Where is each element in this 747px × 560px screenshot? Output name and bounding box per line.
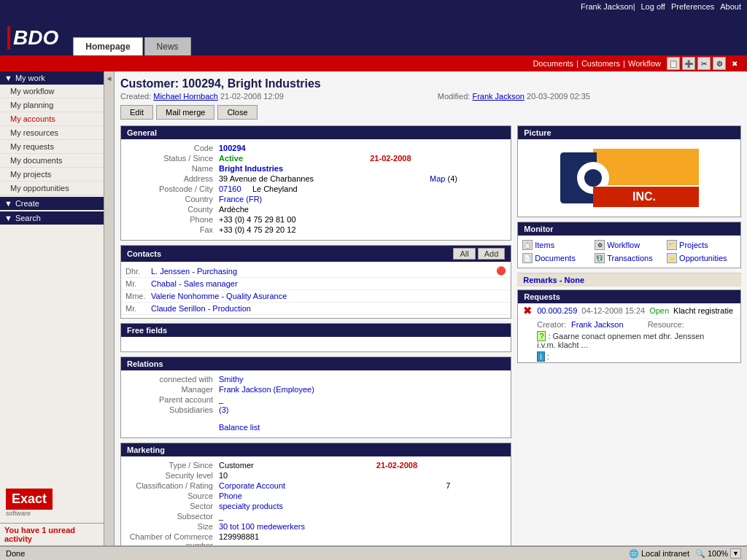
contacts-add-btn[interactable]: Add	[478, 248, 506, 260]
documents-link[interactable]: Documents	[533, 59, 573, 68]
sidebar-item-planning[interactable]: My planning	[0, 98, 104, 112]
zoom-value: 100%	[708, 549, 728, 558]
sidebar-item-requests[interactable]: My requests	[0, 140, 104, 154]
svg-point-3	[584, 169, 602, 187]
manager-link[interactable]: Frank Jackson (Employee)	[219, 385, 314, 394]
remarks-link[interactable]: Remarks - None	[523, 276, 584, 284]
sidebar-create-header[interactable]: ▼ Create	[0, 197, 104, 210]
balance-link[interactable]: Balance list	[219, 423, 260, 432]
country-link[interactable]: France (FR)	[219, 195, 262, 203]
contact-name-2: Chabal - Sales manager	[151, 279, 506, 288]
sidebar-search-header[interactable]: ▼ Search	[0, 211, 104, 225]
edit-button[interactable]: Edit	[120, 105, 153, 120]
toolbar-icon-2[interactable]: ➕	[682, 57, 695, 70]
manager-label: Manager	[125, 385, 213, 394]
connected-link[interactable]: Smithy	[219, 375, 244, 384]
creator-row-1: Creator: Frank Jackson Resource:	[518, 319, 740, 330]
creator-link[interactable]: Frank Jackson	[571, 320, 624, 329]
sidebar-item-accounts[interactable]: My accounts	[0, 112, 104, 126]
contact-name-3: Valerie Nonhomme - Quality Asurance	[151, 292, 506, 300]
request-row-1: ✖ 00.000.259 04-12-2008 15:24 Open Klach…	[518, 303, 740, 319]
field-county: County Ardèche	[125, 205, 506, 214]
toolbar-icon-5[interactable]: ✖	[728, 57, 741, 70]
class-link[interactable]: Corporate Account	[219, 481, 285, 490]
svg-text:INC.: INC.	[632, 190, 656, 203]
logoff-link[interactable]: Log off	[640, 2, 665, 11]
contact-title-3: Mme.	[125, 292, 151, 300]
type-value: Customer 21-02-2008	[219, 461, 506, 470]
unread-text: You have	[4, 526, 42, 534]
sidebar-item-resources[interactable]: My resources	[0, 126, 104, 140]
source-link[interactable]: Phone	[219, 491, 242, 500]
parent-value: _	[219, 395, 506, 404]
customers-link[interactable]: Customers	[581, 59, 620, 68]
class-label: Classification / Rating	[125, 481, 213, 490]
relations-body: connected with Smithy Manager Frank Jack…	[121, 370, 511, 438]
username: Frank Jackson	[581, 2, 633, 11]
sector-label: Sector	[125, 502, 213, 510]
remark-text-2: :	[547, 352, 549, 361]
mail-merge-button[interactable]: Mail merge	[156, 105, 214, 120]
name-label: Name	[125, 164, 213, 173]
map-link[interactable]: Map	[430, 174, 445, 183]
fax-value: +33 (0) 4 75 29 20 12	[219, 225, 506, 234]
workflow-link[interactable]: Workflow	[628, 59, 661, 68]
size-link[interactable]: 30 tot 100 medewerkers	[219, 522, 305, 531]
field-sector: Sector specialty products	[125, 502, 506, 510]
toolbar-icon-1[interactable]: 📋	[667, 57, 680, 70]
subsidiaries-link[interactable]: (3)	[219, 405, 228, 414]
contacts-all-btn[interactable]: All	[453, 248, 475, 260]
zone-indicator: 🌐 Local intranet	[629, 549, 689, 559]
requests-section: Requests ✖ 00.000.259 04-12-2008 15:24 O…	[517, 289, 741, 363]
arrow-icon: ▼	[4, 74, 12, 82]
workflow-monitor-link[interactable]: Workflow	[607, 241, 640, 249]
close-button[interactable]: Close	[217, 105, 257, 120]
homepage-tab[interactable]: Homepage	[73, 37, 142, 55]
monitor-opportunities: ⭐ Opportunities	[667, 253, 736, 263]
security-label: Security level	[125, 471, 213, 480]
items-link[interactable]: Items	[535, 241, 554, 249]
zoom-icon: 🔍	[695, 549, 705, 559]
field-postcode: Postcode / City 07160 Le Cheyland	[125, 184, 506, 193]
created-by-link[interactable]: Michael Hornbach	[153, 92, 218, 101]
contact-flag-1: 🔴	[496, 266, 506, 276]
monitor-grid: 📋 Items ⚙ Workflow 📁 Projects 📄	[518, 236, 740, 268]
resource-label: Resource:	[648, 320, 684, 329]
class-value: Corporate Account 7	[219, 481, 506, 490]
remarks-bar: Remarks - None	[517, 273, 741, 287]
county-label: County	[125, 205, 213, 214]
zoom-dropdown[interactable]: ▼	[730, 548, 741, 559]
sidebar-item-opportunities[interactable]: My opportunities	[0, 182, 104, 195]
remark-row-2: i :	[518, 351, 740, 362]
about-link[interactable]: About	[720, 2, 741, 11]
created-label: Created:	[120, 92, 151, 101]
name-value: Bright Industries	[219, 164, 506, 173]
sector-link[interactable]: specialty products	[219, 502, 283, 510]
opportunities-link[interactable]: Opportunities	[679, 254, 727, 262]
name-link[interactable]: Bright Industries	[219, 164, 283, 173]
contact-row-1: Dhr. L. Jenssen - Purchasing 🔴	[121, 265, 511, 278]
chamber-label: Chamber of Commerce number	[125, 532, 213, 545]
field-status: Status / Since Active 21-02-2008	[125, 154, 506, 163]
manager-value: Frank Jackson (Employee)	[219, 385, 506, 394]
size-value: 30 tot 100 medewerkers	[219, 522, 506, 531]
toolbar-icon-4[interactable]: ⚙	[713, 57, 726, 70]
sidebar-mywork-header[interactable]: ▼ My work	[0, 71, 104, 85]
sidebar-collapse-btn[interactable]: ◄	[104, 71, 115, 545]
transactions-link[interactable]: Transactions	[607, 254, 653, 262]
documents-monitor-link[interactable]: Documents	[535, 254, 576, 262]
sidebar-item-documents[interactable]: My documents	[0, 154, 104, 168]
sidebar-item-projects[interactable]: My projects	[0, 168, 104, 182]
subsector-label: Subsector	[125, 512, 213, 521]
opportunities-icon: ⭐	[667, 253, 677, 263]
toolbar-icons: 📋 ➕ ✂ ⚙ ✖	[667, 57, 741, 70]
contact-title-4: Mr.	[125, 304, 151, 313]
preferences-link[interactable]: Preferences	[671, 2, 714, 11]
modified-by-link[interactable]: Frank Jackson	[472, 92, 525, 101]
news-tab[interactable]: News	[144, 37, 191, 55]
toolbar-icon-3[interactable]: ✂	[697, 57, 711, 70]
sidebar-item-workflow[interactable]: My workflow	[0, 85, 104, 98]
type-text: Customer	[219, 461, 254, 470]
projects-link[interactable]: Projects	[679, 241, 708, 249]
request-link-1[interactable]: 00.000.259	[537, 306, 577, 315]
